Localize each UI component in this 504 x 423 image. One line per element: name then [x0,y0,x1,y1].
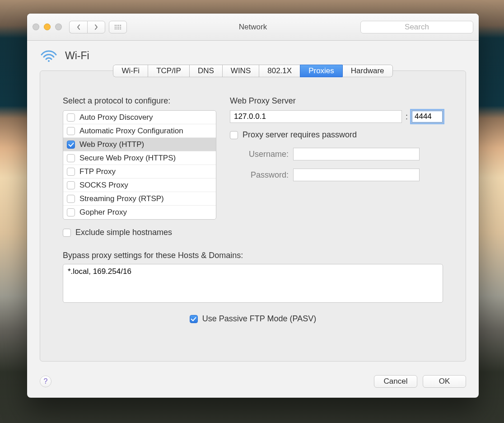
toolbar: Network [27,14,479,41]
nav-buttons [69,21,105,33]
tab-dns[interactable]: DNS [189,65,222,77]
protocol-label: FTP Proxy [79,167,116,176]
protocol-list: Auto Proxy Discovery Automatic Proxy Con… [63,110,216,220]
checkbox[interactable] [67,208,75,216]
forward-button[interactable] [87,21,105,33]
passive-ftp-checkbox[interactable] [190,315,198,323]
tab-hardware[interactable]: Hardware [342,65,393,77]
help-button[interactable]: ? [40,376,51,387]
chevron-right-icon [94,24,98,30]
exclude-simple-hostnames-label: Exclude simple hostnames [75,228,172,237]
protocol-label: Web Proxy (HTTP) [79,140,144,149]
requires-password-label: Proxy server requires password [243,130,357,140]
bypass-hosts-textarea[interactable] [63,264,443,303]
traffic-lights [33,24,62,30]
search-input[interactable] [360,21,473,33]
cancel-button[interactable]: Cancel [374,375,417,388]
protocol-gopher-proxy[interactable]: Gopher Proxy [63,206,216,219]
protocol-label: SOCKS Proxy [79,181,128,190]
checkbox[interactable] [67,181,75,189]
protocol-ftp-proxy[interactable]: FTP Proxy [63,165,216,179]
username-label: Username: [230,150,289,159]
checkbox[interactable] [67,113,75,122]
minimize-window-button[interactable] [44,24,51,30]
protocol-secure-web-proxy-https[interactable]: Secure Web Proxy (HTTPS) [63,151,216,165]
protocol-socks-proxy[interactable]: SOCKS Proxy [63,179,216,192]
passive-ftp-label: Use Passive FTP Mode (PASV) [202,314,316,324]
checkbox[interactable] [67,168,75,176]
ok-button[interactable]: OK [423,375,466,388]
proxy-port-input[interactable] [411,110,443,123]
checkbox[interactable] [67,154,75,162]
tab-wifi[interactable]: Wi-Fi [113,65,148,77]
checkbox[interactable] [67,127,75,135]
protocol-label: Secure Web Proxy (HTTPS) [79,154,176,163]
protocol-label: Auto Proxy Discovery [79,113,153,122]
protocol-auto-discovery[interactable]: Auto Proxy Discovery [63,111,216,124]
tabs: Wi-Fi TCP/IP DNS WINS 802.1X Proxies Har… [40,65,466,77]
password-input[interactable] [293,169,420,181]
show-all-button[interactable] [109,21,127,33]
protocol-label: Gopher Proxy [79,208,127,217]
password-label: Password: [230,170,289,180]
settings-panel: Wi-Fi TCP/IP DNS WINS 802.1X Proxies Har… [40,70,466,362]
proxy-host-input[interactable] [230,110,402,123]
wifi-icon [40,49,58,62]
tab-proxies[interactable]: Proxies [300,65,342,77]
protocol-select-label: Select a protocol to configure: [63,96,216,106]
protocol-auto-config[interactable]: Automatic Proxy Configuration [63,124,216,138]
preferences-window: Network Wi-Fi Wi-Fi TCP/IP DNS WINS 802.… [27,14,479,398]
username-input[interactable] [293,148,420,160]
tab-8021x[interactable]: 802.1X [259,65,300,77]
protocol-streaming-proxy-rtsp[interactable]: Streaming Proxy (RTSP) [63,192,216,206]
grid-icon [114,24,121,30]
protocol-label: Automatic Proxy Configuration [79,127,183,136]
exclude-simple-hostnames-checkbox[interactable] [63,229,71,237]
checkbox[interactable] [67,141,75,149]
checkbox[interactable] [67,195,75,203]
tab-wins[interactable]: WINS [222,65,259,77]
back-button[interactable] [69,21,87,33]
dialog-footer: ? Cancel OK [40,375,466,388]
protocol-label: Streaming Proxy (RTSP) [79,194,164,203]
requires-password-checkbox[interactable] [230,131,238,139]
svg-point-0 [48,60,50,62]
close-window-button[interactable] [33,24,39,30]
interface-name: Wi-Fi [65,50,89,62]
zoom-window-button[interactable] [55,24,62,30]
tab-tcpip[interactable]: TCP/IP [148,65,189,77]
protocol-web-proxy-http[interactable]: Web Proxy (HTTP) [63,138,216,151]
host-port-separator: : [406,112,408,122]
server-label: Web Proxy Server [230,96,443,106]
chevron-left-icon [76,24,81,30]
bypass-label: Bypass proxy settings for these Hosts & … [63,251,443,260]
